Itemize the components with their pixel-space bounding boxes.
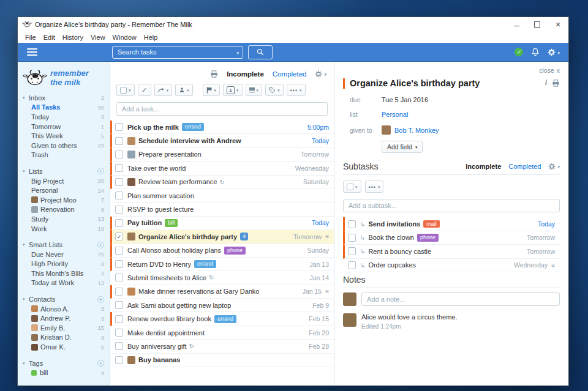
sidebar-item[interactable]: Given to others29 bbox=[18, 141, 110, 151]
complete-task-button[interactable] bbox=[138, 84, 151, 96]
task-row[interactable]: Pay tuitionbillToday bbox=[110, 217, 334, 230]
tag-button[interactable] bbox=[265, 84, 284, 96]
task-row[interactable]: Schedule interview with AndrewToday bbox=[110, 134, 334, 147]
tag-chip[interactable]: bill bbox=[165, 219, 178, 227]
task-row[interactable]: Prepare presentationTomorrow bbox=[110, 148, 334, 162]
subtask-row[interactable]: ↳Book the clownphoneTomorrow bbox=[343, 231, 560, 245]
sidebar-item[interactable]: Project Moo7 bbox=[18, 195, 110, 205]
task-checkbox[interactable]: ✓ bbox=[115, 233, 123, 240]
task-checkbox[interactable] bbox=[115, 356, 123, 364]
sidebar-section-header[interactable]: Lists+ bbox=[18, 166, 110, 176]
add-field-button[interactable]: Add field bbox=[382, 141, 423, 153]
add-icon[interactable]: + bbox=[97, 296, 104, 303]
info-icon[interactable]: i bbox=[545, 78, 547, 88]
sidebar-item[interactable]: Big Project20 bbox=[18, 176, 110, 186]
task-row[interactable]: Ask Sami about getting new laptopFeb 9 bbox=[110, 299, 334, 312]
task-row[interactable]: Buy anniversary gift↻Feb 28 bbox=[110, 340, 334, 353]
task-row[interactable]: Renew overdue library bookerrandFeb 15 bbox=[110, 312, 334, 326]
tab-completed[interactable]: Completed bbox=[273, 70, 307, 78]
sidebar-item[interactable]: Today3 bbox=[18, 112, 110, 122]
task-checkbox[interactable] bbox=[115, 219, 123, 227]
task-checkbox[interactable] bbox=[115, 260, 123, 268]
sidebar-section-header[interactable]: Smart Lists+ bbox=[18, 240, 110, 250]
add-task-input[interactable] bbox=[116, 102, 328, 116]
sidebar-item[interactable]: All Tasks96 bbox=[18, 103, 110, 113]
subtasks-settings-menu[interactable] bbox=[548, 163, 560, 170]
task-row[interactable]: Return DVD to HenryerrandJan 13 bbox=[110, 258, 334, 271]
task-checkbox[interactable] bbox=[115, 192, 123, 199]
subtask-row[interactable]: ↳Send invitationsmailToday bbox=[343, 217, 560, 231]
task-checkbox[interactable] bbox=[115, 178, 123, 186]
menu-item-view[interactable]: View bbox=[87, 34, 109, 41]
chevron-down-icon[interactable] bbox=[236, 47, 239, 58]
search-box[interactable] bbox=[112, 46, 243, 59]
close-x-icon[interactable]: x bbox=[557, 67, 560, 74]
print-icon[interactable] bbox=[552, 80, 560, 87]
priority-button[interactable] bbox=[203, 84, 221, 96]
add-icon[interactable]: + bbox=[97, 360, 104, 367]
subtask-row[interactable]: ↳Rent a bouncy castleTomorrow bbox=[343, 245, 560, 258]
due-date-button[interactable] bbox=[223, 84, 243, 96]
give-task-button[interactable] bbox=[175, 84, 193, 96]
task-row[interactable]: Review team performance↻Saturday bbox=[110, 176, 334, 189]
sidebar-item[interactable]: This Week5 bbox=[18, 131, 110, 141]
sidebar-item[interactable]: Tomorrow1 bbox=[18, 122, 110, 132]
tag-chip[interactable]: mail bbox=[423, 220, 440, 228]
task-checkbox[interactable] bbox=[115, 274, 123, 281]
task-checkbox[interactable] bbox=[115, 342, 123, 350]
list-value-link[interactable]: Personal bbox=[382, 111, 408, 118]
task-row[interactable]: Make dentist appointmentFeb 20 bbox=[110, 326, 334, 340]
list-settings-menu[interactable] bbox=[315, 70, 326, 78]
maximize-button[interactable] bbox=[527, 17, 548, 31]
task-row[interactable]: RSVP to guest lecture bbox=[110, 203, 334, 216]
subtask-more-button[interactable] bbox=[365, 181, 384, 193]
sidebar-item[interactable]: Kristian D.3 bbox=[18, 333, 110, 343]
add-icon[interactable]: + bbox=[97, 168, 104, 174]
sidebar-section-header[interactable]: Tags+ bbox=[18, 359, 110, 368]
subtab-incomplete[interactable]: Incomplete bbox=[466, 163, 501, 170]
task-checkbox[interactable] bbox=[115, 123, 123, 131]
task-checkbox[interactable] bbox=[115, 206, 123, 214]
task-row[interactable]: ✓Organize Alice's birthday party4Tomorro… bbox=[110, 230, 334, 244]
task-row[interactable]: Make dinner reservations at Gary DankoJa… bbox=[110, 285, 334, 299]
task-checkbox[interactable] bbox=[115, 164, 123, 172]
subtask-checkbox[interactable] bbox=[348, 234, 356, 242]
menu-item-help[interactable]: Help bbox=[140, 34, 162, 41]
select-tasks-button[interactable] bbox=[116, 84, 135, 96]
move-to-list-button[interactable] bbox=[246, 84, 263, 96]
sync-status-icon[interactable] bbox=[514, 48, 523, 56]
add-icon[interactable]: + bbox=[97, 242, 104, 248]
subtab-completed[interactable]: Completed bbox=[508, 163, 541, 170]
task-row[interactable]: Buy bananas bbox=[110, 354, 334, 367]
select-subtasks-button[interactable] bbox=[343, 181, 361, 193]
sidebar-item[interactable]: This Month's Bills3 bbox=[18, 269, 110, 278]
task-checkbox[interactable] bbox=[115, 151, 123, 158]
sidebar-item[interactable]: bill4 bbox=[18, 368, 110, 378]
task-checkbox[interactable] bbox=[115, 301, 123, 309]
sidebar-item[interactable]: Due Never75 bbox=[18, 250, 110, 259]
tag-chip[interactable]: errand bbox=[194, 260, 216, 268]
sidebar-section-header[interactable]: Inbox2 bbox=[18, 93, 110, 103]
subtask-checkbox[interactable] bbox=[348, 247, 356, 255]
minimize-button[interactable] bbox=[506, 17, 527, 31]
add-subtask-input[interactable] bbox=[343, 199, 560, 212]
sidebar-item[interactable]: Alonso A.3 bbox=[18, 304, 110, 314]
menu-item-edit[interactable]: Edit bbox=[40, 34, 59, 41]
sidebar-item[interactable]: High Priority8 bbox=[18, 259, 110, 269]
search-input[interactable] bbox=[116, 48, 236, 56]
sidebar-item[interactable]: Andrew P.3 bbox=[18, 313, 110, 323]
print-icon[interactable] bbox=[210, 70, 218, 78]
tag-chip[interactable]: phone bbox=[224, 247, 246, 255]
close-details[interactable]: close x bbox=[343, 65, 560, 78]
sidebar-section-header[interactable]: Contacts+ bbox=[18, 294, 110, 304]
task-checkbox[interactable] bbox=[115, 315, 123, 323]
bell-icon[interactable] bbox=[531, 48, 540, 56]
task-row[interactable]: Take over the worldWednesday bbox=[110, 162, 334, 175]
given-to-link[interactable]: Bob T. Monkey bbox=[394, 127, 439, 134]
tab-incomplete[interactable]: Incomplete bbox=[227, 70, 264, 78]
task-checkbox[interactable] bbox=[115, 247, 123, 255]
close-label[interactable]: close bbox=[539, 67, 554, 74]
sidebar-item[interactable]: Emily B.15 bbox=[18, 323, 110, 333]
task-checkbox[interactable] bbox=[115, 329, 123, 337]
task-row[interactable]: Submit timesheets to Alice↻Jan 14 bbox=[110, 271, 334, 285]
